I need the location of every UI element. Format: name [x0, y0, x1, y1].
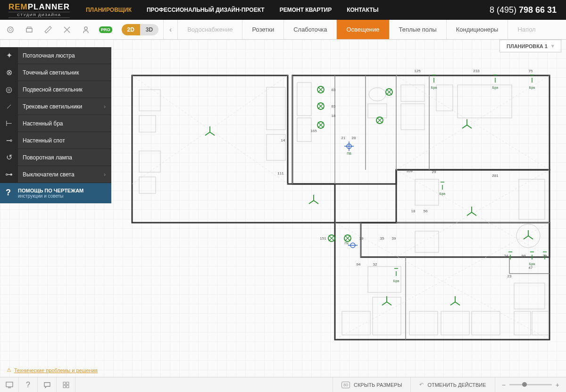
view-toggle: 2D 3D: [122, 24, 159, 35]
svg-text:ПВ: ПВ: [347, 152, 351, 155]
svg-rect-33: [401, 85, 424, 101]
palette-chandelier[interactable]: ✦Потолочная люстра: [0, 47, 111, 64]
svg-text:32: 32: [373, 262, 377, 267]
help-panel[interactable]: ? ПОМОЩЬ ПО ЧЕРТЕЖАМ инструкции и советы: [0, 183, 111, 203]
palette-track[interactable]: ⟋Трековые светильники›: [0, 98, 111, 115]
svg-rect-132: [6, 382, 13, 387]
undo-button[interactable]: ↶ОТМЕНИТЬ ДЕЙСТВИЕ: [410, 377, 494, 392]
svg-text:35: 35: [380, 236, 384, 241]
svg-line-60: [314, 200, 318, 204]
svg-text:Бра: Бра: [492, 86, 498, 90]
svg-point-4: [84, 27, 87, 30]
screen-icon[interactable]: [0, 377, 19, 392]
svg-rect-37: [415, 179, 439, 205]
svg-text:19: 19: [359, 236, 364, 241]
print-icon[interactable]: [24, 24, 35, 35]
nav-contacts[interactable]: КОНТАКТЫ: [339, 0, 386, 20]
settings-icon[interactable]: [5, 24, 16, 35]
svg-rect-42: [342, 311, 370, 335]
svg-text:Бра: Бра: [529, 86, 535, 90]
hide-dims-button[interactable]: 80СКРЫТЬ РАЗМЕРЫ: [333, 377, 410, 392]
nav-renovation[interactable]: РЕМОНТ КВАРТИР: [272, 0, 340, 20]
svg-line-63: [387, 302, 391, 305]
pro-badge[interactable]: PRO: [99, 26, 112, 33]
tabs-prev-button[interactable]: ‹: [163, 20, 177, 39]
svg-text:75: 75: [529, 69, 533, 73]
undo-icon: ↶: [419, 382, 424, 388]
svg-text:21: 21: [341, 136, 346, 140]
svg-rect-32: [368, 104, 387, 118]
toolbar: PRO 2D 3D ‹ Водоснабжение Розетки Слабот…: [0, 20, 566, 40]
svg-text:39: 39: [392, 236, 396, 241]
svg-rect-30: [297, 118, 311, 142]
svg-line-64: [382, 302, 387, 305]
svg-line-58: [467, 212, 472, 216]
svg-line-54: [467, 125, 472, 128]
zoom-out-button[interactable]: −: [502, 381, 506, 389]
svg-line-61: [309, 200, 314, 204]
tools-icon[interactable]: [61, 24, 73, 35]
person-icon[interactable]: [80, 24, 92, 35]
svg-rect-29: [297, 83, 311, 116]
svg-rect-25: [139, 151, 160, 172]
help-subtitle: инструкции и советы: [18, 193, 83, 199]
measure-icon[interactable]: [42, 24, 54, 35]
palette-swivel[interactable]: ↺Поворотная лампа: [0, 149, 111, 166]
svg-text:28: 28: [352, 136, 356, 140]
logo-subtitle: СТУДИЯ ДИЗАЙНА: [8, 12, 70, 18]
layout-selector[interactable]: ПЛАНИРОВКА 1: [499, 40, 561, 52]
sconce-icon: ⊢: [0, 115, 18, 132]
svg-point-31: [369, 88, 386, 101]
svg-rect-45: [472, 311, 500, 335]
logo[interactable]: REMPLANNER СТУДИЯ ДИЗАЙНА: [0, 2, 78, 18]
palette-wallspot[interactable]: ⊸Настенный спот: [0, 132, 111, 149]
wallspot-icon: ⊸: [0, 132, 18, 149]
tab-flooring[interactable]: Напол: [508, 20, 545, 39]
svg-text:94: 94: [357, 262, 361, 267]
spotlight-icon: ⊗: [0, 64, 18, 81]
svg-rect-137: [67, 385, 69, 388]
tab-lighting[interactable]: Освещение: [336, 20, 389, 39]
grid-icon[interactable]: [57, 377, 75, 392]
zoom-slider[interactable]: [509, 384, 552, 385]
zoom-control: − +: [495, 377, 566, 392]
svg-line-67: [450, 302, 455, 305]
phone-number[interactable]: 8 (495) 798 66 31: [490, 5, 566, 15]
tab-floorheating[interactable]: Теплые полы: [389, 20, 446, 39]
palette-pendant[interactable]: ◎Подвесной светильник: [0, 81, 111, 98]
tab-water[interactable]: Водоснабжение: [177, 20, 242, 39]
tab-lowvoltage[interactable]: Слаботочка: [283, 20, 336, 39]
svg-text:281: 281: [492, 174, 499, 178]
chevron-right-icon: ›: [104, 103, 111, 110]
nav-design-project[interactable]: ПРОФЕССИОНАЛЬНЫЙ ДИЗАЙН-ПРОЕКТ: [139, 0, 272, 20]
help-icon[interactable]: ?: [19, 377, 38, 392]
svg-rect-46: [514, 283, 545, 309]
nav-planner[interactable]: ПЛАНИРОВЩИК: [78, 0, 139, 20]
logo-text: REMPLANNER: [8, 2, 70, 12]
tool-icons: PRO: [0, 20, 117, 39]
tab-ac[interactable]: Кондиционеры: [446, 20, 508, 39]
view-2d-button[interactable]: 2D: [122, 24, 140, 35]
svg-text:165: 165: [310, 129, 317, 133]
tech-issues-link[interactable]: ⚠ Технические проблемы и решения: [7, 367, 98, 373]
svg-rect-36: [458, 85, 512, 118]
svg-text:29: 29: [432, 170, 436, 174]
svg-text:125: 125: [414, 69, 421, 73]
palette-sconce[interactable]: ⊢Настенный бра: [0, 115, 111, 132]
swivel-icon: ↺: [0, 149, 18, 166]
view-3d-button[interactable]: 3D: [140, 24, 158, 35]
svg-point-1: [9, 28, 12, 31]
floorplan[interactable]: 125 233 75 83 83 18 21 28 165 14 111 109…: [127, 71, 552, 344]
chevron-right-icon: ›: [104, 171, 111, 178]
chat-icon[interactable]: [38, 377, 57, 392]
svg-text:14: 14: [281, 138, 285, 142]
svg-text:29: 29: [543, 254, 547, 258]
zoom-in-button[interactable]: +: [556, 381, 559, 389]
element-palette: ✦Потолочная люстра ⊗Точечный светильник …: [0, 47, 111, 203]
svg-line-69: [528, 236, 533, 239]
svg-text:Пс: Пс: [345, 242, 349, 245]
svg-line-70: [524, 236, 528, 239]
palette-switches[interactable]: ⊶Выключатели света›: [0, 166, 111, 183]
palette-spotlight[interactable]: ⊗Точечный светильник: [0, 64, 111, 81]
tab-sockets[interactable]: Розетки: [242, 20, 283, 39]
